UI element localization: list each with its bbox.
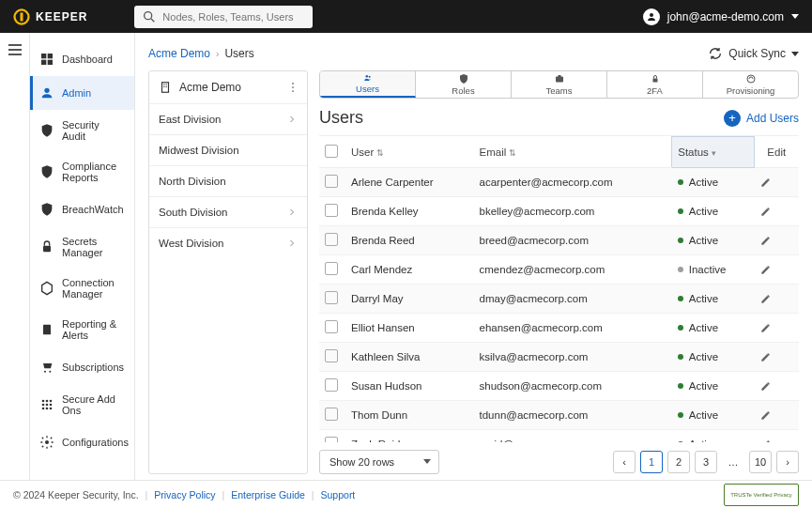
row-checkbox[interactable] xyxy=(325,262,338,275)
row-checkbox[interactable] xyxy=(325,291,338,304)
plus-icon: + xyxy=(724,110,741,127)
shield-check-icon xyxy=(39,164,54,179)
nav-admin[interactable]: Admin xyxy=(30,76,134,110)
row-checkbox[interactable] xyxy=(325,233,338,246)
row-checkbox[interactable] xyxy=(325,349,338,362)
edit-icon[interactable] xyxy=(759,321,773,334)
edit-icon[interactable] xyxy=(759,205,773,218)
edit-icon[interactable] xyxy=(759,234,773,247)
more-vert-icon[interactable] xyxy=(286,81,299,94)
nav-dashboard[interactable]: Dashboard xyxy=(30,42,134,76)
add-users-button[interactable]: + Add Users xyxy=(724,110,799,127)
breadcrumb-root[interactable]: Acme Demo xyxy=(148,47,210,60)
page-2[interactable]: 2 xyxy=(667,451,690,473)
edit-icon[interactable] xyxy=(759,176,773,189)
rows-per-page-select[interactable]: Show 20 rows xyxy=(319,450,439,474)
nav-addons[interactable]: Secure Add Ons xyxy=(30,384,134,425)
node-item[interactable]: Midwest Division xyxy=(149,135,307,166)
avatar-icon xyxy=(643,8,660,25)
table-row[interactable]: Thom Dunn tdunn@acmecorp.com Active xyxy=(319,400,799,429)
status-dot-icon xyxy=(678,412,683,418)
col-user[interactable]: User⇅ xyxy=(345,137,474,168)
users-pane: Users Roles Teams 2FA Provisioning Users… xyxy=(319,70,799,474)
svg-point-30 xyxy=(292,83,294,85)
footer-privacy-link[interactable]: Privacy Policy xyxy=(154,489,215,500)
table-row[interactable]: Kathleen Silva ksilva@acmecorp.com Activ… xyxy=(319,342,799,371)
truste-badge[interactable]: TRUSTe Verified Privacy xyxy=(724,484,799,506)
nav-breachwatch[interactable]: BreachWatch xyxy=(30,192,134,226)
svg-marker-11 xyxy=(42,282,53,294)
breadcrumb: Acme Demo › Users xyxy=(148,47,254,60)
nav-security-audit[interactable]: Security Audit xyxy=(30,110,134,151)
row-checkbox[interactable] xyxy=(325,320,338,333)
node-item[interactable]: East Division xyxy=(149,104,307,135)
edit-icon[interactable] xyxy=(759,263,773,276)
nav-connection[interactable]: Connection Manager xyxy=(30,268,134,309)
table-row[interactable]: Darryl May dmay@acmecorp.com Active xyxy=(319,284,799,313)
account-menu[interactable]: john@acme-demo.com xyxy=(643,8,799,25)
grid-icon xyxy=(39,397,54,412)
node-item[interactable]: West Division xyxy=(149,228,307,258)
nav-config[interactable]: Configurations xyxy=(30,425,134,459)
nav-reporting[interactable]: Reporting & Alerts xyxy=(30,309,134,350)
tab-teams[interactable]: Teams xyxy=(512,71,607,98)
page-10[interactable]: 10 xyxy=(749,451,772,473)
node-item[interactable]: North Division xyxy=(149,166,307,197)
cell-status: Active xyxy=(672,225,754,254)
nav-label: Compliance Reports xyxy=(62,161,125,183)
building-icon xyxy=(159,81,172,94)
table-row[interactable]: Carl Mendez cmendez@acmecorp.com Inactiv… xyxy=(319,254,799,284)
edit-icon[interactable] xyxy=(759,292,773,305)
cell-user: Zach Reid xyxy=(345,429,474,442)
footer-enterprise-link[interactable]: Enterprise Guide xyxy=(231,489,305,500)
table-row[interactable]: Brenda Kelley bkelley@acmecorp.com Activ… xyxy=(319,196,799,225)
node-item-label: Midwest Division xyxy=(159,145,239,156)
page-1[interactable]: 1 xyxy=(640,451,663,473)
node-tree-header[interactable]: Acme Demo xyxy=(149,71,307,104)
clipboard-icon xyxy=(39,322,54,337)
hamburger-menu-icon[interactable] xyxy=(8,44,22,55)
nav-compliance[interactable]: Compliance Reports xyxy=(30,151,134,192)
table-row[interactable]: Susan Hudson shudson@acmecorp.com Active xyxy=(319,371,799,400)
global-search[interactable] xyxy=(134,6,313,28)
svg-point-13 xyxy=(44,371,46,373)
nav-label: Configurations xyxy=(62,437,129,448)
row-checkbox[interactable] xyxy=(325,378,338,392)
svg-point-31 xyxy=(292,86,294,88)
status-dot-icon xyxy=(678,179,683,185)
col-edit: Edit xyxy=(754,137,799,168)
page-3[interactable]: 3 xyxy=(695,451,717,473)
tab-provisioning[interactable]: Provisioning xyxy=(703,71,798,98)
table-row[interactable]: Brenda Reed breed@acmecorp.com Active xyxy=(319,225,799,254)
row-checkbox[interactable] xyxy=(325,175,338,188)
users-table-scroll[interactable]: User⇅ Email⇅ Status▾ Edit Arlene Carpent… xyxy=(319,135,799,442)
svg-rect-37 xyxy=(652,79,657,83)
col-email[interactable]: Email⇅ xyxy=(474,137,672,168)
row-checkbox[interactable] xyxy=(325,204,338,217)
search-input[interactable] xyxy=(134,6,313,28)
col-status[interactable]: Status▾ xyxy=(672,137,754,168)
cell-email: bkelley@acmecorp.com xyxy=(474,196,672,225)
tab-roles[interactable]: Roles xyxy=(416,71,512,98)
edit-icon[interactable] xyxy=(759,350,773,363)
table-row[interactable]: Zach Reid zreid@acmecorp.com Active xyxy=(319,429,799,442)
nav-secrets[interactable]: Secrets Manager xyxy=(30,226,134,268)
status-dot-icon xyxy=(678,267,683,272)
page-next[interactable]: › xyxy=(776,451,799,473)
node-item[interactable]: South Division xyxy=(149,197,307,228)
quick-sync-button[interactable]: Quick Sync xyxy=(708,46,799,61)
select-all-checkbox[interactable] xyxy=(325,145,338,158)
footer-support-link[interactable]: Support xyxy=(321,489,356,500)
nav-subscriptions[interactable]: Subscriptions xyxy=(30,350,134,384)
cell-email: cmendez@acmecorp.com xyxy=(474,254,672,284)
table-row[interactable]: Arlene Carpenter acarpenter@acmecorp.com… xyxy=(319,167,799,196)
tab-users[interactable]: Users xyxy=(320,71,416,98)
edit-icon[interactable] xyxy=(759,379,773,393)
nav-label: Security Audit xyxy=(62,119,125,142)
table-row[interactable]: Elliot Hansen ehansen@acmecorp.com Activ… xyxy=(319,313,799,342)
tab-2fa[interactable]: 2FA xyxy=(607,71,703,98)
svg-rect-5 xyxy=(41,54,46,58)
edit-icon[interactable] xyxy=(759,408,773,422)
row-checkbox[interactable] xyxy=(325,408,338,421)
page-prev[interactable]: ‹ xyxy=(613,451,636,473)
